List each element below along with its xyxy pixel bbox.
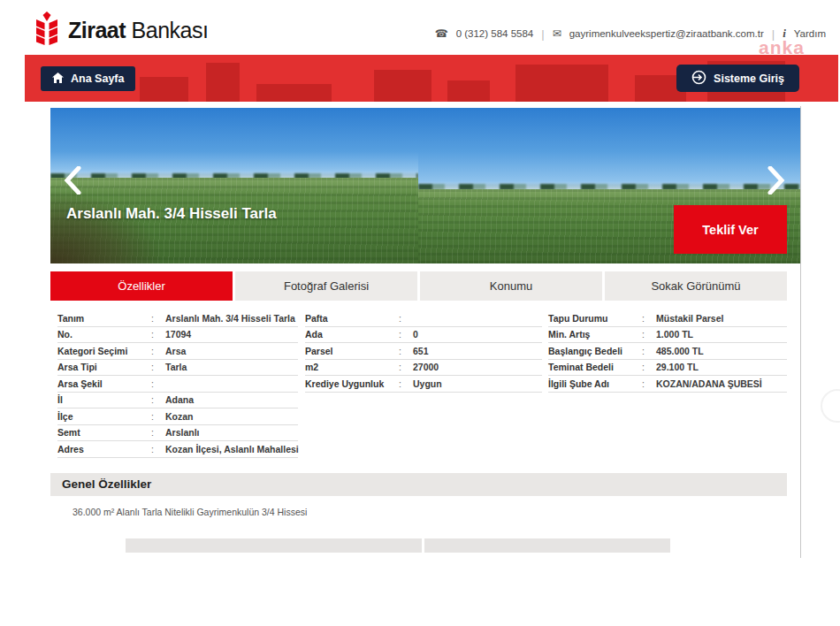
- detail-value: 1.000 TL: [656, 329, 787, 340]
- detail-value: Müstakil Parsel: [656, 313, 787, 324]
- details-column-1: Tanım:Arslanlı Mah. 3/4 Hisseli TarlaNo.…: [57, 310, 298, 458]
- detail-label: Krediye Uygunluk: [305, 378, 399, 389]
- detail-row: Pafta:: [305, 310, 542, 327]
- detail-value: Kozan İlçesi, Aslanlı Mahallesi: [165, 444, 299, 454]
- detail-label: İlgili Şube Adı: [548, 378, 642, 389]
- detail-row: Semt:Arslanlı: [57, 425, 298, 442]
- detail-colon: :: [151, 362, 165, 372]
- brand-logo[interactable]: Ziraat Bankası: [34, 11, 208, 49]
- carousel-prev-icon[interactable]: [61, 166, 84, 196]
- detail-row: Min. Artış:1.000 TL: [548, 327, 787, 344]
- detail-value: 27000: [413, 362, 542, 372]
- property-details: Tanım:Arslanlı Mah. 3/4 Hisseli TarlaNo.…: [50, 310, 787, 461]
- phone-icon: ☎: [435, 27, 448, 40]
- detail-colon: :: [151, 378, 165, 389]
- detail-colon: :: [151, 313, 165, 324]
- detail-row: Kategori Seçimi:Arsa: [57, 343, 298, 360]
- general-features-heading: Genel Özellikler: [50, 473, 787, 496]
- detail-value: 29.100 TL: [656, 362, 787, 372]
- detail-label: Arsa Şekil: [57, 378, 151, 389]
- detail-label: Arsa Tipi: [57, 362, 151, 372]
- wheat-logo-icon: [34, 11, 60, 49]
- detail-colon: :: [642, 329, 656, 340]
- detail-label: No.: [57, 329, 151, 340]
- detail-colon: :: [399, 329, 413, 340]
- faint-circle-watermark: [821, 389, 840, 423]
- detail-colon: :: [642, 378, 656, 389]
- navbar: Ana Sayfa Sisteme Giriş: [25, 55, 838, 102]
- detail-value: Arslanlı: [165, 427, 298, 438]
- content-card: Arslanlı Mah. 3/4 Hisseli Tarla Teklif V…: [50, 106, 801, 558]
- detail-colon: :: [399, 346, 413, 356]
- photo-carousel: Arslanlı Mah. 3/4 Hisseli Tarla Teklif V…: [50, 108, 800, 263]
- detail-row: Ada:0: [305, 327, 542, 344]
- detail-colon: :: [151, 394, 165, 405]
- detail-row: Tanım:Arslanlı Mah. 3/4 Hisseli Tarla: [57, 310, 298, 327]
- detail-value: Adana: [165, 394, 298, 405]
- tabs-row: Özellikler Fotoğraf Galerisi Konumu Soka…: [50, 271, 787, 301]
- email-link[interactable]: gayrimenkulveekspertiz@ziraatbank.com.tr: [569, 28, 764, 39]
- carousel-next-icon[interactable]: [765, 166, 788, 196]
- details-column-2: Pafta:Ada:0Parsel:651m2:27000Krediye Uyg…: [305, 310, 542, 393]
- detail-value: Tarla: [165, 362, 298, 372]
- detail-row: Arsa Şekil:: [57, 376, 298, 393]
- general-features-text: 36.000 m² Alanlı Tarla Nitelikli Gayrime…: [73, 507, 307, 517]
- detail-label: Pafta: [305, 313, 399, 324]
- detail-label: Tanım: [57, 313, 151, 324]
- detail-label: m2: [305, 362, 399, 372]
- detail-value: Arsa: [165, 346, 298, 356]
- make-offer-button[interactable]: Teklif Ver: [674, 205, 787, 254]
- tab-sokak-gorunumu[interactable]: Sokak Görünümü: [605, 271, 787, 301]
- detail-colon: :: [642, 346, 656, 356]
- detail-colon: :: [399, 313, 413, 324]
- detail-row: Krediye Uygunluk:Uygun: [305, 376, 542, 393]
- tab-fotograf-galerisi[interactable]: Fotoğraf Galerisi: [235, 271, 417, 301]
- detail-value: 485.000 TL: [656, 346, 787, 356]
- detail-label: Min. Artış: [548, 329, 642, 340]
- detail-colon: :: [642, 313, 656, 324]
- anka-watermark: anka: [759, 37, 805, 58]
- home-button[interactable]: Ana Sayfa: [41, 66, 135, 91]
- detail-label: Başlangıç Bedeli: [548, 346, 642, 356]
- home-icon: [52, 73, 64, 86]
- detail-label: İl: [57, 394, 151, 405]
- detail-colon: :: [151, 427, 165, 438]
- tab-konumu[interactable]: Konumu: [420, 271, 602, 301]
- detail-row: Tapu Durumu:Müstakil Parsel: [548, 310, 787, 327]
- detail-row: No.:17094: [57, 327, 298, 344]
- detail-value: 0: [413, 329, 542, 340]
- detail-value: 17094: [165, 329, 298, 340]
- listing-photo: [50, 108, 418, 263]
- detail-label: Adres: [57, 444, 151, 454]
- detail-colon: :: [151, 411, 165, 422]
- login-button-label: Sisteme Giriş: [714, 73, 784, 85]
- brand-name: Ziraat Bankası: [68, 18, 208, 43]
- detail-value: Arslanlı Mah. 3/4 Hisseli Tarla: [165, 313, 298, 324]
- photo-dirt-path: [50, 192, 161, 263]
- tab-ozellikler[interactable]: Özellikler: [50, 271, 233, 301]
- detail-row: Adres:Kozan İlçesi, Aslanlı Mahallesi: [57, 441, 298, 458]
- detail-colon: :: [151, 444, 165, 454]
- login-button[interactable]: Sisteme Giriş: [676, 65, 799, 92]
- cutoff-section-bar: [424, 538, 670, 553]
- phone-number: 0 (312) 584 5584: [456, 28, 534, 39]
- detail-value: KOZAN/ADANA ŞUBESİ: [656, 378, 787, 389]
- brand-name-regular: Bankası: [132, 18, 209, 42]
- detail-colon: :: [642, 362, 656, 372]
- detail-row: Arsa Tipi:Tarla: [57, 360, 298, 377]
- detail-colon: :: [151, 346, 165, 356]
- detail-value: Uygun: [413, 378, 542, 389]
- detail-label: Parsel: [305, 346, 399, 356]
- detail-value: 651: [413, 346, 542, 356]
- detail-label: Kategori Seçimi: [57, 346, 151, 356]
- detail-colon: :: [399, 362, 413, 372]
- detail-label: Teminat Bedeli: [548, 362, 642, 372]
- detail-row: İlgili Şube Adı:KOZAN/ADANA ŞUBESİ: [548, 376, 787, 393]
- listing-title: Arslanlı Mah. 3/4 Hisseli Tarla: [66, 205, 277, 223]
- detail-label: Tapu Durumu: [548, 313, 642, 324]
- mail-icon: ✉: [553, 27, 561, 40]
- brand-name-bold: Ziraat: [68, 18, 126, 42]
- detail-label: İlçe: [57, 411, 151, 422]
- detail-row: Parsel:651: [305, 343, 542, 360]
- detail-label: Semt: [57, 427, 151, 438]
